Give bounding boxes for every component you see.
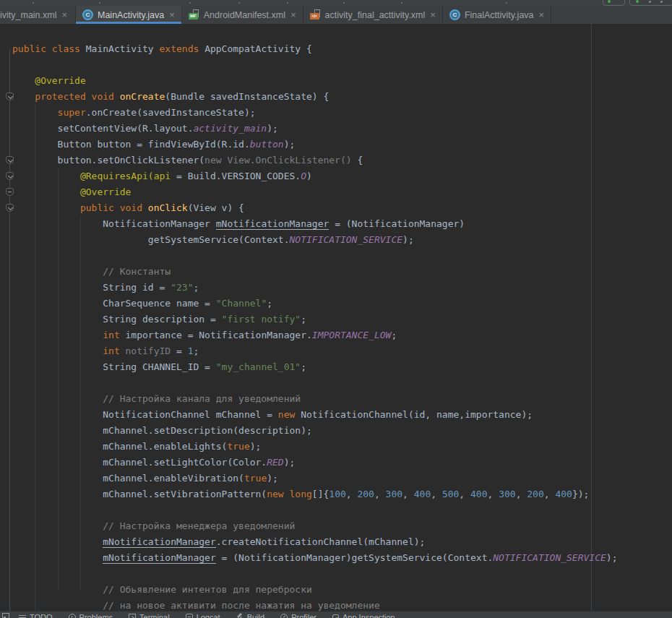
editor-tab-bar: ivity_main.xml × C MainActivity.java × M… xyxy=(0,6,672,24)
toolwindow-todo[interactable]: TODO xyxy=(19,613,53,618)
toolwindow-build[interactable]: Build xyxy=(236,613,264,618)
toolwindow-app-inspection[interactable]: App Inspection xyxy=(332,613,395,618)
code-line: mNotificationManager.createNotificationC… xyxy=(12,534,672,550)
close-tab-icon[interactable]: × xyxy=(430,10,436,20)
toolbar-run-button[interactable] xyxy=(603,0,625,6)
toolbar-icon-dot xyxy=(189,2,191,4)
toolbar-icon-dot xyxy=(660,1,663,3)
tab-activity-final-acttivity-xml[interactable]: </> activity_final_acttivity.xml × xyxy=(303,6,443,24)
code-line: // Обьявление интентов для переброски xyxy=(12,582,672,598)
code-line: int importance = NotificationManager.IMP… xyxy=(12,327,672,343)
code-line: mChannel.setDescription(description); xyxy=(12,423,672,439)
logcat-icon xyxy=(186,614,193,618)
tab-label: ivity_main.xml xyxy=(0,10,57,20)
main-toolbar-strip xyxy=(0,0,672,6)
fold-toggle-icon[interactable] xyxy=(6,93,14,100)
code-line: mChannel.setVibrationPattern(new long[]{… xyxy=(12,486,672,502)
code-line: setContentView(R.layout.activity_main); xyxy=(12,121,672,137)
tab-androidmanifest-xml[interactable]: MF AndroidManifest.xml × xyxy=(182,6,303,24)
code-line xyxy=(12,502,672,518)
build-icon xyxy=(236,614,244,618)
java-class-icon: C xyxy=(449,9,460,20)
code-line: // Константы xyxy=(12,264,672,280)
toolwindow-terminal[interactable]: Terminal xyxy=(129,613,170,618)
tool-windows-icon[interactable] xyxy=(2,613,9,618)
code-line: String id = "23"; xyxy=(12,280,672,296)
code-line: CharSequence name = "Channel"; xyxy=(12,296,672,312)
code-line: mChannel.setLightColor(Color.RED); xyxy=(12,455,672,471)
toolbar-icon-dot xyxy=(99,2,100,4)
active-tab-underline xyxy=(76,22,181,24)
run-icon xyxy=(608,0,611,3)
toolwindow-problems[interactable]: Problems xyxy=(69,613,113,618)
manifest-file-icon: MF xyxy=(189,9,199,20)
code-line xyxy=(12,57,672,73)
close-tab-icon[interactable]: × xyxy=(169,10,175,20)
code-line: int notifyID = 1; xyxy=(12,343,672,359)
code-line: Button button = findViewById(R.id.button… xyxy=(12,137,672,153)
code-line: NotificationChannel mChannel = new Notif… xyxy=(12,407,672,423)
code-line: NotificationManager mNotificationManager… xyxy=(12,216,672,232)
code-line: mNotificationManager = (NotificationMana… xyxy=(12,550,672,566)
code-line: @Override xyxy=(12,184,672,200)
toolbar-icon-dot xyxy=(649,1,651,3)
terminal-icon xyxy=(129,614,136,618)
code-line: String CHANNEL_ID = "my_channel_01"; xyxy=(12,359,672,375)
tool-window-bar: TODO Problems Terminal Logcat Build Prof… xyxy=(0,611,672,618)
tab-label: AndroidManifest.xml xyxy=(204,10,285,20)
code-line: @RequiresApi(api = Build.VERSION_CODES.O… xyxy=(12,168,672,184)
code-line: button.setOnClickListener(new View.OnCli… xyxy=(12,153,672,168)
code-line: protected void onCreate(Bundle savedInst… xyxy=(12,89,672,105)
code-line: // Настройка менеджера уведомлений xyxy=(12,518,672,534)
app-inspection-icon xyxy=(332,614,339,618)
tab-label: activity_final_acttivity.xml xyxy=(325,10,426,20)
run-icon xyxy=(636,0,639,3)
code-editor[interactable]: public class MainActivity extends AppCom… xyxy=(0,24,672,611)
code-line: // Настройка канала для уведомлений xyxy=(12,391,672,407)
code-line: @Override xyxy=(12,73,672,89)
code-line xyxy=(12,248,672,264)
tab-mainactivity-java[interactable]: C MainActivity.java × xyxy=(76,6,182,24)
java-class-icon: C xyxy=(82,9,93,20)
problems-icon xyxy=(69,614,76,618)
code-line: String description = "first notify"; xyxy=(12,312,672,327)
toolwindow-logcat[interactable]: Logcat xyxy=(186,613,220,618)
close-tab-icon[interactable]: × xyxy=(290,10,296,20)
tab-label: FinalActtivity.java xyxy=(465,10,534,20)
code-line: mChannel.enableVibration(true); xyxy=(12,471,672,486)
toolbar-icon-dot xyxy=(287,2,288,4)
code-line xyxy=(12,566,672,582)
fold-toggle-icon[interactable] xyxy=(6,204,14,212)
fold-toggle-icon[interactable] xyxy=(6,172,14,180)
todo-icon xyxy=(19,615,26,618)
code-line: public void onClick(View v) { xyxy=(12,200,672,216)
fold-toggle-icon[interactable] xyxy=(6,156,14,164)
toolbar-device-button[interactable] xyxy=(629,0,672,6)
tab-activity-main-xml[interactable]: ivity_main.xml × xyxy=(0,6,76,24)
code-area[interactable]: public class MainActivity extends AppCom… xyxy=(0,24,672,611)
toolwindow-profiler[interactable]: Profiler xyxy=(280,613,316,618)
close-tab-icon[interactable]: × xyxy=(539,10,545,20)
toolbar-icon-dot xyxy=(506,2,507,4)
code-line: public class MainActivity extends AppCom… xyxy=(12,41,672,57)
toolbar-icon-dot xyxy=(343,2,345,4)
layout-file-icon: </> xyxy=(310,9,321,20)
profiler-icon xyxy=(280,614,288,618)
tab-label: MainActivity.java xyxy=(98,10,164,20)
code-line: // на новое активити после нажатия на ув… xyxy=(12,598,672,611)
code-line: mChannel.enableLights(true); xyxy=(12,439,672,455)
code-line: super.onCreate(savedInstanceState); xyxy=(12,105,672,121)
close-tab-icon[interactable]: × xyxy=(62,10,68,20)
toolbar-icon-dot xyxy=(33,2,34,4)
toolbar-icon-dot xyxy=(238,2,240,4)
code-line xyxy=(12,375,672,391)
tab-finalacttivity-java[interactable]: C FinalActtivity.java × xyxy=(443,6,551,24)
code-line: getSystemService(Context.NOTIFICATION_SE… xyxy=(12,232,672,248)
toolbar-icon-dot xyxy=(401,2,402,4)
fold-toggle-icon[interactable] xyxy=(6,188,14,196)
